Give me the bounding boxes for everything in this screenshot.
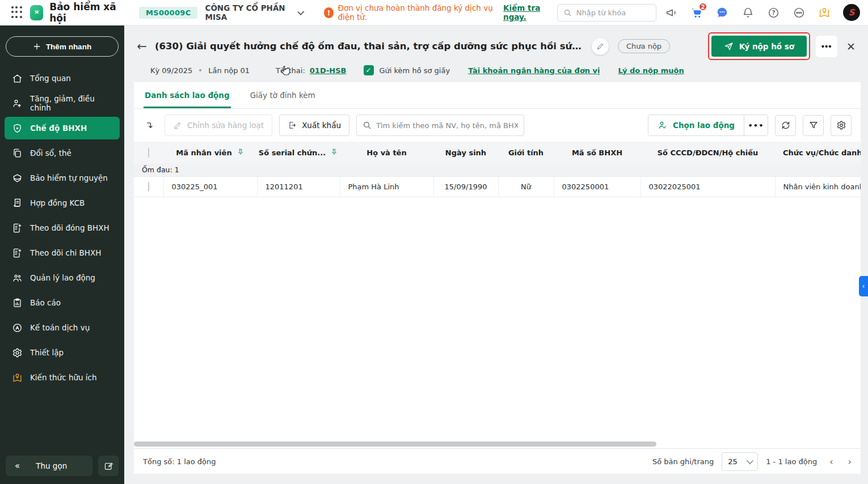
notification-bell-icon[interactable] [741, 6, 755, 19]
tab-danh-sach-lao-dong[interactable]: Danh sách lao động [144, 82, 231, 108]
paper-checkbox[interactable]: ✓ [364, 65, 374, 75]
record-more-button[interactable]: ••• [816, 36, 837, 57]
employee-search-input[interactable] [376, 121, 518, 130]
more-options-icon[interactable] [792, 6, 806, 19]
sidebar-item-label: Kiến thức hữu ích [30, 373, 97, 382]
global-search[interactable] [557, 4, 656, 22]
per-page-label: Số bản ghi/trang [652, 457, 714, 466]
form-label: Tờ khai: [276, 66, 305, 75]
chevron-down-icon [747, 457, 754, 464]
close-icon[interactable]: ✕ [843, 40, 859, 53]
document-plus-icon [11, 222, 23, 233]
select-employee-more-button[interactable]: ••• [744, 115, 768, 135]
filter-icon [808, 120, 819, 130]
knowledge-icon [11, 372, 23, 383]
column-header: Số serial chứn... [259, 148, 326, 157]
pin-icon[interactable] [237, 148, 245, 158]
quick-add-button[interactable]: Thêm nhanh [6, 36, 119, 57]
gear-icon [11, 347, 23, 358]
late-reason-link[interactable]: Lý do nộp muộn [618, 66, 684, 75]
sidebar-item-bao-hiem-tu-nguyen[interactable]: Bảo hiểm tự nguyện [5, 167, 120, 189]
tab-giay-to-dinh-kem[interactable]: Giấy tờ đính kèm [249, 82, 317, 108]
column-settings-button[interactable] [831, 115, 852, 136]
sidebar-item-tong-quan[interactable]: Tổng quan [5, 67, 120, 90]
sidebar-item-ke-toan-dich-vu[interactable]: Kế toán dịch vụ [5, 316, 120, 339]
sidebar-item-quan-ly-lao-dong[interactable]: Quản lý lao động [5, 266, 120, 289]
global-search-input[interactable] [576, 9, 650, 17]
back-button[interactable]: ← [134, 40, 149, 53]
select-employee-button[interactable]: Chọn lao động [648, 115, 744, 135]
prev-page-button[interactable]: ‹ [829, 456, 833, 467]
group-label: Ốm đau: 1 [134, 163, 861, 176]
pin-icon[interactable] [330, 148, 338, 158]
sign-submit-button[interactable]: Ký nộp hồ sơ [711, 36, 807, 57]
select-all-checkbox[interactable] [148, 148, 149, 158]
sidebar-item-kien-thuc-huu-ich[interactable]: Kiến thức hữu ích [5, 366, 120, 389]
expand-panel-button[interactable]: ‹ [859, 276, 868, 296]
svg-text:?: ? [772, 10, 775, 16]
row-checkbox[interactable] [148, 182, 149, 192]
bulk-edit-button[interactable]: Chỉnh sửa hàng loạt [165, 114, 272, 136]
sidebar-item-thiet-lap[interactable]: Thiết lập [5, 341, 120, 364]
horizontal-scrollbar[interactable] [134, 441, 859, 447]
cell-serial: 12011201 [257, 176, 340, 197]
customize-menu-button[interactable] [98, 456, 119, 476]
app-launcher-icon[interactable] [11, 6, 22, 19]
company-selector[interactable]: CÔNG TY CỔ PHẦN MISA [205, 3, 302, 22]
column-header: Họ và tên [340, 142, 433, 163]
export-icon [288, 121, 297, 130]
bank-account-link[interactable]: Tài khoản ngân hàng của đơn vị [468, 66, 600, 75]
filter-button[interactable] [803, 115, 824, 136]
warning-check-link[interactable]: Kiểm tra ngay. [503, 3, 557, 22]
collapse-label: Thu gọn [36, 461, 67, 470]
sidebar-item-hop-dong-kcb[interactable]: Hợp đồng KCB [5, 192, 120, 214]
export-button[interactable]: Xuất khẩu [279, 114, 349, 136]
sidebar-item-tang-giam[interactable]: Tăng, giảm, điều chỉnh [5, 92, 120, 114]
document-plus-icon [11, 247, 23, 258]
refresh-icon [781, 120, 791, 130]
pencil-icon [596, 42, 605, 50]
table-footer: Tổng số: 1 lao động Số bản ghi/trang 25 … [134, 448, 861, 474]
app-logo-icon[interactable] [30, 5, 43, 20]
cell-birth-date: 15/09/1990 [433, 176, 498, 197]
employee-search[interactable] [356, 114, 524, 136]
sidebar-item-label: Hợp đồng KCB [30, 198, 85, 207]
submit-highlight-box: Ký nộp hồ sơ [708, 32, 810, 60]
sort-icon[interactable] [143, 118, 158, 133]
table-row[interactable]: 030225_001 12011201 Phạm Hà Linh 15/09/1… [134, 176, 861, 197]
chat-icon[interactable] [715, 6, 729, 19]
cell-position: Nhân viên kinh doanh [775, 176, 861, 197]
refresh-button[interactable] [775, 115, 796, 136]
scrollbar-thumb[interactable] [134, 441, 656, 447]
edit-title-button[interactable] [592, 38, 609, 55]
double-chevron-left-icon: « [15, 461, 19, 471]
sidebar-item-theo-doi-dong-bhxh[interactable]: Theo dõi đóng BHXH [5, 216, 120, 239]
column-header: Chức vụ/Chức danh n [775, 142, 861, 163]
help-icon[interactable]: ? [766, 6, 780, 19]
record-title: (630) Giải quyết hưởng chế độ ốm đau, th… [155, 41, 586, 52]
sidebar-item-theo-doi-chi-bhxh[interactable]: Theo dõi chi BHXH [5, 241, 120, 264]
sidebar-item-bao-cao[interactable]: Báo cáo [5, 291, 120, 314]
sidebar-item-label: Theo dõi chi BHXH [30, 248, 101, 257]
sidebar-item-label: Kế toán dịch vụ [30, 323, 90, 332]
warning-banner: ! Đơn vị chưa hoàn thành đăng ký dịch vụ… [324, 3, 557, 22]
total-label: Tổng số: 1 lao động [143, 457, 216, 466]
cart-icon[interactable]: 2 [690, 6, 703, 19]
form-code-link[interactable]: 01D-HSB [310, 66, 347, 75]
per-page-value: 25 [728, 457, 738, 466]
announcement-icon[interactable] [664, 6, 678, 19]
sidebar-item-che-do-bhxh[interactable]: Chế độ BHXH [5, 117, 120, 139]
knowledge-icon[interactable] [818, 6, 831, 19]
sidebar-item-label: Thiết lập [30, 348, 64, 357]
person-adjust-icon [11, 97, 23, 109]
per-page-select[interactable]: 25 [722, 452, 758, 471]
column-header: Giới tính [498, 142, 554, 163]
user-avatar[interactable]: S [843, 4, 860, 21]
sidebar-item-label: Tăng, giảm, điều chỉnh [30, 94, 113, 112]
submit-label: Ký nộp hồ sơ [739, 42, 794, 51]
sidebar-item-doi-so-the[interactable]: Đổi sổ, thẻ [5, 142, 120, 164]
people-icon [11, 272, 23, 283]
next-page-button[interactable]: › [848, 456, 852, 467]
sidebar-item-label: Tổng quan [30, 74, 71, 83]
collapse-sidebar-button[interactable]: « Thu gọn [6, 456, 92, 476]
